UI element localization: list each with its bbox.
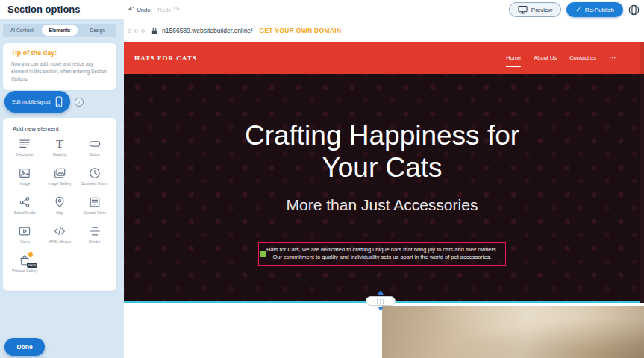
undo-label: Undo [137, 7, 150, 13]
browser-dots [128, 29, 145, 33]
add-element-html-module[interactable]: HTML Module [43, 224, 78, 250]
site-url: n1566589.websitebuilder.online/ [162, 27, 252, 34]
preview-button[interactable]: Preview [509, 2, 561, 17]
undo-icon: ↶ [128, 6, 134, 13]
nav-about-us[interactable]: About Us [534, 54, 557, 61]
sidebar-tabs: AI Content Elements Design [3, 24, 116, 37]
hero-heading[interactable]: Crafting Happiness for Your Cats [218, 120, 546, 184]
notification-dot [28, 252, 33, 257]
hero-subheading[interactable]: More than Just Accessories [124, 196, 640, 214]
add-element-grid: Description T Heading Button Image Image… [3, 132, 116, 279]
phone-icon [55, 96, 63, 107]
nav-contact-us[interactable]: Contact us [569, 54, 596, 61]
html-module-icon [54, 224, 66, 237]
republish-label: Re-Publish [585, 7, 614, 13]
add-element-title: Add new element [3, 118, 116, 132]
edit-mobile-label: Edit mobile layout [12, 99, 50, 104]
add-element-map[interactable]: Map [43, 195, 78, 221]
element-label: Social Media [14, 210, 36, 216]
social-media-icon [19, 195, 31, 208]
product-gallery-icon: NEW [19, 254, 31, 266]
resize-arrow-up-icon[interactable] [378, 290, 384, 295]
hero-paragraph-text: Hats for Cats, we are dedicated to craft… [266, 246, 498, 260]
info-letter: i [78, 100, 80, 105]
redo-icon: ↷ [173, 6, 179, 13]
element-label: Video [20, 239, 30, 245]
tip-card: Tip of the day: Now you can add, move an… [3, 43, 116, 90]
sidebar-divider [6, 333, 116, 333]
add-element-description[interactable]: Description [7, 137, 43, 163]
website-preview: HATS FOR CATS Home About Us Contact us ⋯… [124, 42, 640, 303]
add-element-video[interactable]: Video [7, 224, 43, 250]
grip-dots-icon [377, 299, 384, 304]
nav-home[interactable]: Home [506, 54, 521, 61]
element-label: HTML Module [48, 239, 71, 245]
element-label: Contact Form [84, 210, 106, 216]
add-element-business-hours[interactable]: Business Hours [77, 166, 112, 192]
heading-icon: T [54, 137, 66, 150]
contact-form-icon [89, 195, 101, 208]
sidebar: AI Content Elements Design Tip of the da… [0, 19, 124, 358]
add-element-heading[interactable]: T Heading [43, 137, 78, 163]
section-resize-handle[interactable] [366, 296, 396, 306]
image-gallery-icon [54, 166, 66, 179]
add-element-product-gallery[interactable]: NEW Product Gallery [7, 254, 43, 279]
element-label: Image [19, 181, 30, 186]
image-icon [19, 166, 31, 179]
site-scrollbar[interactable] [640, 42, 644, 303]
divider-icon [89, 224, 101, 237]
site-nav: Home About Us Contact us ⋯ [506, 54, 630, 62]
preview-label: Preview [531, 7, 552, 13]
site-logo[interactable]: HATS FOR CATS [134, 54, 197, 62]
browser-bar: n1566589.websitebuilder.online/ GET YOUR… [124, 19, 644, 42]
lock-icon [151, 27, 158, 35]
info-icon[interactable]: i [75, 98, 84, 107]
tab-ai-content[interactable]: AI Content [4, 25, 40, 36]
next-section-image [382, 306, 644, 358]
redo-label: Redo [157, 7, 171, 13]
business-hours-icon [89, 166, 101, 179]
browser-dot [128, 29, 131, 33]
republish-button[interactable]: ✓ Re-Publish [566, 2, 623, 17]
edit-mobile-layout-button[interactable]: Edit mobile layout [4, 91, 70, 113]
add-element-image[interactable]: Image [7, 166, 43, 192]
tab-design[interactable]: Design [79, 25, 116, 36]
check-icon: ✓ [575, 7, 581, 13]
done-button[interactable]: Done [4, 338, 45, 356]
browser-dot [141, 29, 145, 33]
topbar: Section options ↶ Undo Redo ↷ Preview ✓ … [0, 0, 644, 19]
svg-text:T: T [56, 138, 63, 150]
add-element-image-gallery[interactable]: Image Gallery [43, 166, 78, 192]
nav-more-icon[interactable]: ⋯ [609, 54, 616, 62]
tab-elements[interactable]: Elements [42, 25, 78, 36]
element-label: Product Gallery [12, 268, 37, 274]
get-domain-link[interactable]: GET YOUR OWN DOMAIN [259, 27, 341, 34]
browser-dot [134, 29, 138, 33]
video-icon [19, 224, 31, 237]
button-icon [89, 137, 101, 150]
map-icon [54, 195, 66, 208]
add-element-contact-form[interactable]: Contact Form [77, 195, 112, 221]
element-label: Description [16, 152, 34, 157]
element-label: Button [89, 152, 99, 157]
page-title: Section options [7, 4, 81, 15]
main-preview-area: n1566589.websitebuilder.online/ GET YOUR… [124, 19, 644, 358]
globe-icon[interactable] [628, 4, 640, 16]
resize-arrow-down-icon[interactable] [378, 307, 384, 311]
element-label: Divider [89, 239, 101, 245]
monitor-icon [518, 5, 528, 14]
new-badge: NEW [27, 263, 37, 268]
redo-button[interactable]: Redo ↷ [157, 6, 179, 13]
hero-section[interactable]: Crafting Happiness for Your Cats More th… [124, 74, 640, 303]
undo-redo-group: ↶ Undo Redo ↷ [128, 0, 180, 19]
drag-handle[interactable] [260, 251, 266, 257]
element-label: Business Hours [81, 181, 107, 186]
element-label: Image Gallery [48, 181, 71, 186]
tip-body: Now you can add, move and resize any ele… [11, 60, 108, 82]
add-element-divider[interactable]: Divider [77, 224, 112, 250]
hero-paragraph-selected[interactable]: Hats for Cats, we are dedicated to craft… [258, 242, 506, 266]
add-element-button[interactable]: Button [77, 137, 112, 163]
tip-title: Tip of the day: [11, 49, 108, 57]
add-element-social-media[interactable]: Social Media [7, 195, 43, 221]
undo-button[interactable]: ↶ Undo [128, 6, 150, 13]
